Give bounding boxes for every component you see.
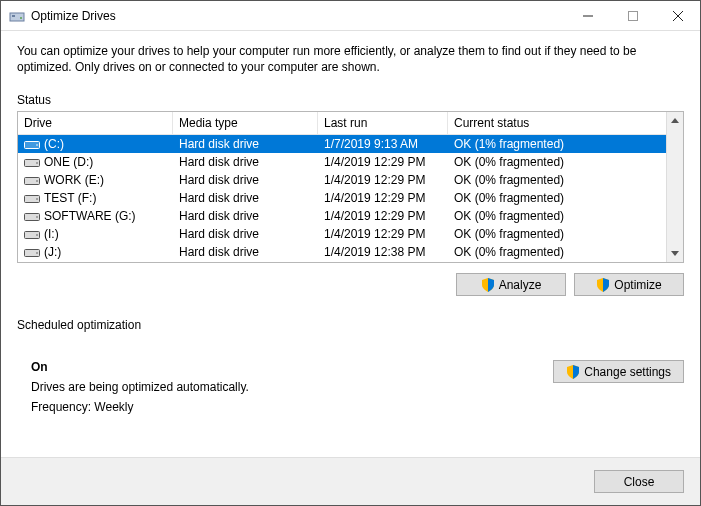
table-row[interactable]: (I:)Hard disk drive1/4/2019 12:29 PMOK (… [18, 225, 666, 243]
svg-point-18 [36, 234, 38, 236]
minimize-button[interactable] [565, 1, 610, 31]
scrollbar[interactable] [666, 112, 683, 262]
drive-media: Hard disk drive [173, 172, 318, 188]
scheduled-info: On Drives are being optimized automatica… [17, 360, 249, 420]
drive-media: Hard disk drive [173, 244, 318, 260]
footer: Close [1, 457, 700, 505]
table-row[interactable]: SOFTWARE (G:)Hard disk drive1/4/2019 12:… [18, 207, 666, 225]
scheduled-frequency: Frequency: Weekly [31, 400, 249, 414]
drive-list-box: Drive Media type Last run Current status… [17, 111, 684, 263]
scheduled-detail: Drives are being optimized automatically… [31, 380, 249, 394]
app-icon [9, 8, 25, 24]
drive-icon [24, 246, 40, 258]
svg-point-16 [36, 216, 38, 218]
analyze-label: Analyze [499, 278, 542, 292]
titlebar: Optimize Drives [1, 1, 700, 31]
svg-marker-22 [671, 251, 679, 256]
drive-icon [24, 228, 40, 240]
drive-last-run: 1/4/2019 12:29 PM [318, 154, 448, 170]
svg-rect-1 [12, 15, 15, 17]
svg-point-14 [36, 198, 38, 200]
drive-name: (C:) [44, 137, 64, 151]
table-row[interactable]: WORK (E:)Hard disk drive1/4/2019 12:29 P… [18, 171, 666, 189]
svg-point-12 [36, 180, 38, 182]
status-label: Status [17, 93, 684, 107]
table-row[interactable]: ONE (D:)Hard disk drive1/4/2019 12:29 PM… [18, 153, 666, 171]
drive-name: ONE (D:) [44, 155, 93, 169]
column-status[interactable]: Current status [448, 112, 666, 134]
drive-name: SOFTWARE (G:) [44, 209, 136, 223]
scheduled-on: On [31, 360, 249, 374]
close-button[interactable]: Close [594, 470, 684, 493]
drive-last-run: 1/4/2019 12:29 PM [318, 226, 448, 242]
svg-point-2 [20, 17, 22, 19]
maximize-button[interactable] [610, 1, 655, 31]
svg-rect-4 [628, 11, 637, 20]
svg-point-20 [36, 252, 38, 254]
scheduled-label: Scheduled optimization [17, 318, 684, 332]
scroll-track[interactable] [667, 129, 683, 245]
drive-last-run: 1/4/2019 12:29 PM [318, 190, 448, 206]
drive-list[interactable]: Drive Media type Last run Current status… [18, 112, 666, 262]
drive-name: (J:) [44, 245, 61, 259]
table-row[interactable]: (J:)Hard disk drive1/4/2019 12:38 PMOK (… [18, 243, 666, 261]
close-label: Close [624, 475, 655, 489]
close-window-button[interactable] [655, 1, 700, 31]
drive-status: OK (0% fragmented) [448, 226, 666, 242]
window-title: Optimize Drives [31, 9, 116, 23]
drive-media: Hard disk drive [173, 208, 318, 224]
shield-icon [566, 365, 580, 379]
optimize-label: Optimize [614, 278, 661, 292]
drive-status: OK (0% fragmented) [448, 208, 666, 224]
table-row[interactable]: (C:)Hard disk drive1/7/2019 9:13 AMOK (1… [18, 135, 666, 153]
drive-icon [24, 174, 40, 186]
svg-point-8 [36, 144, 38, 146]
optimize-button[interactable]: Optimize [574, 273, 684, 296]
drive-last-run: 1/4/2019 12:38 PM [318, 244, 448, 260]
drive-status: OK (0% fragmented) [448, 190, 666, 206]
drive-status: OK (0% fragmented) [448, 154, 666, 170]
change-settings-label: Change settings [584, 365, 671, 379]
table-row[interactable]: TEST (F:)Hard disk drive1/4/2019 12:29 P… [18, 189, 666, 207]
drive-icon [24, 210, 40, 222]
drive-media: Hard disk drive [173, 136, 318, 152]
shield-icon [596, 278, 610, 292]
analyze-button[interactable]: Analyze [456, 273, 566, 296]
drive-status: OK (0% fragmented) [448, 244, 666, 260]
drive-icon [24, 192, 40, 204]
action-button-row: Analyze Optimize [17, 273, 684, 296]
svg-marker-21 [671, 118, 679, 123]
description-text: You can optimize your drives to help you… [17, 43, 677, 75]
drive-icon [24, 138, 40, 150]
shield-icon [481, 278, 495, 292]
drive-list-header[interactable]: Drive Media type Last run Current status [18, 112, 666, 135]
drive-media: Hard disk drive [173, 226, 318, 242]
scroll-down-button[interactable] [667, 245, 683, 262]
drive-status: OK (1% fragmented) [448, 136, 666, 152]
scheduled-section: On Drives are being optimized automatica… [17, 360, 684, 420]
drive-icon [24, 156, 40, 168]
drive-status: OK (0% fragmented) [448, 172, 666, 188]
drive-last-run: 1/4/2019 12:29 PM [318, 172, 448, 188]
column-drive[interactable]: Drive [18, 112, 173, 134]
drive-media: Hard disk drive [173, 154, 318, 170]
drive-last-run: 1/4/2019 12:29 PM [318, 208, 448, 224]
drive-name: TEST (F:) [44, 191, 96, 205]
drive-last-run: 1/7/2019 9:13 AM [318, 136, 448, 152]
drive-media: Hard disk drive [173, 190, 318, 206]
drive-name: (I:) [44, 227, 59, 241]
scroll-up-button[interactable] [667, 112, 683, 129]
change-settings-button[interactable]: Change settings [553, 360, 684, 383]
column-last-run[interactable]: Last run [318, 112, 448, 134]
drive-name: WORK (E:) [44, 173, 104, 187]
column-media[interactable]: Media type [173, 112, 318, 134]
svg-point-10 [36, 162, 38, 164]
content-area: You can optimize your drives to help you… [1, 31, 700, 457]
